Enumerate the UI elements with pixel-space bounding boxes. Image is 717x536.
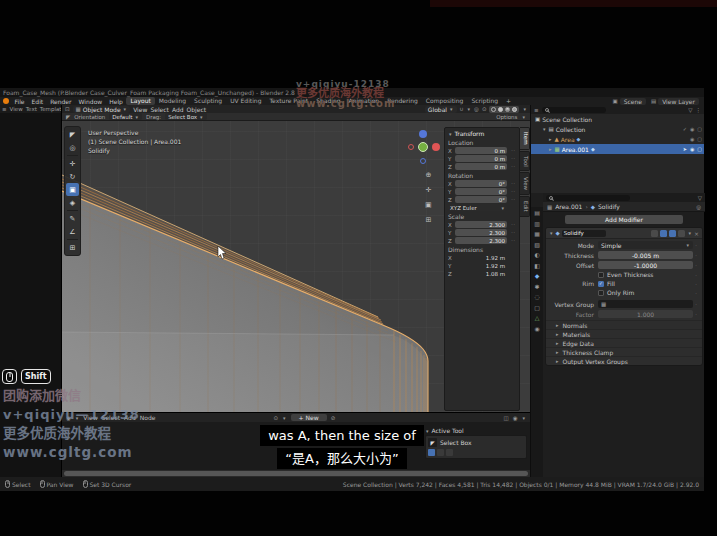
tool-select-box[interactable]: ◤ [66, 128, 79, 141]
viewport-menu-object[interactable]: Object [187, 106, 207, 113]
location-z-field[interactable]: 0 m [455, 163, 507, 170]
shading-wireframe-icon[interactable] [491, 107, 496, 112]
outliner-options-icon[interactable]: ⋮ [696, 107, 702, 113]
location-x-field[interactable]: 0 m [455, 147, 507, 154]
constraints-properties-tab[interactable]: ▢ [534, 304, 540, 311]
dimension-x-field[interactable]: 1.92 m [455, 254, 507, 261]
outliner-row-scene-collection[interactable]: ▣ Scene Collection [531, 114, 704, 124]
animate-lock-icons[interactable]: ·· [509, 156, 516, 161]
tool-add-primitive[interactable]: ⊞ [66, 241, 79, 254]
tool-rotate[interactable]: ↻ [66, 170, 79, 183]
proportional-editing-icon[interactable]: ◎ [474, 106, 479, 112]
thickness-field[interactable]: -0.005 m [598, 251, 693, 259]
workspace-tab-scripting[interactable]: Scripting [467, 97, 502, 105]
tool-scale[interactable]: ▣ [66, 183, 79, 196]
gizmo-z-neg-axis[interactable] [420, 158, 426, 164]
gizmo-x-axis[interactable] [432, 143, 440, 151]
show-render-toggle[interactable] [678, 230, 685, 237]
new-datablock-button[interactable]: + New [291, 414, 327, 421]
tool-move[interactable]: ✛ [66, 157, 79, 170]
shading-solid-icon[interactable] [498, 107, 503, 112]
close-icon[interactable]: × [694, 230, 699, 237]
rotation-mode-dropdown[interactable]: XYZ Euler ▾ [448, 204, 507, 211]
rotation-z-field[interactable]: 0° [455, 196, 507, 203]
text-menu-text[interactable]: Text [26, 106, 37, 112]
disable-render-icon[interactable]: ▢ [697, 136, 702, 142]
materials-section[interactable]: ▸ Materials [546, 329, 702, 338]
particles-properties-tab[interactable]: ✱ [534, 283, 539, 290]
orientation-value-dropdown[interactable]: Default ▾ [109, 113, 142, 120]
breadcrumb-modifier[interactable]: Solidify [598, 203, 620, 210]
factor-field[interactable]: 1.000 [598, 310, 693, 318]
pan-icon[interactable]: ✛ [425, 186, 432, 194]
outliner-search-input[interactable] [542, 107, 606, 113]
pin-icon[interactable]: ◎ [696, 204, 701, 210]
rotation-x-field[interactable]: 0° [455, 180, 507, 187]
scale-z-field[interactable]: 2.300 [455, 237, 507, 244]
timeline-strip[interactable] [62, 470, 530, 477]
gizmo-x-neg-axis[interactable] [408, 144, 414, 150]
object-properties-tab[interactable]: ◧ [534, 262, 540, 269]
tool-measure[interactable]: ∠ [66, 225, 79, 238]
show-realtime-toggle[interactable] [669, 230, 676, 237]
unlink-icon[interactable]: ⊘ [331, 415, 336, 421]
gizmo-y-axis[interactable] [418, 142, 428, 152]
animate-lock-icons[interactable]: ·· [509, 189, 516, 194]
physics-properties-tab[interactable]: ◌ [534, 293, 539, 300]
blender-logo-icon[interactable] [3, 98, 9, 104]
chevron-down-icon[interactable]: ▾ [522, 106, 527, 112]
panel-open-icon[interactable]: ▾ [549, 230, 554, 236]
animate-lock-icons[interactable]: ·· [509, 148, 516, 153]
rim-fill-checkbox[interactable]: ✓ [598, 281, 604, 287]
menu-help[interactable]: Help [106, 98, 127, 105]
expand-icon[interactable]: ▾ [542, 126, 547, 132]
menu-window[interactable]: Window [75, 98, 106, 105]
expand-icon[interactable]: ▸ [548, 146, 553, 152]
disable-render-icon[interactable]: ▢ [697, 126, 702, 132]
outliner-row-area[interactable]: ▸ ▲ Area ◆ ◉▢ [531, 134, 704, 144]
options-popover[interactable]: Options [496, 114, 517, 120]
exclude-checkbox[interactable]: ✓ [683, 126, 687, 132]
text-editor-icon[interactable]: ≡ [2, 106, 7, 112]
animate-lock-icons[interactable]: ·· [509, 181, 516, 186]
animate-lock-icons[interactable]: ·· [509, 222, 516, 227]
transform-panel-title[interactable]: ▾ Transform [448, 130, 516, 137]
sidebar-tab-view[interactable]: View [520, 172, 530, 195]
toggle-ortho-icon[interactable]: ⊞ [425, 216, 432, 224]
snap-magnet-icon[interactable]: ∪ [460, 106, 464, 112]
extras-dropdown-icon[interactable]: ▾ [687, 230, 692, 236]
transform-orientation-dropdown[interactable]: Global ▾ [425, 106, 457, 113]
normals-section[interactable]: ▸ Normals [546, 320, 702, 329]
view-layer-selector[interactable]: ▤ View Layer [651, 98, 699, 105]
menu-file[interactable]: File [11, 98, 28, 105]
only-rim-checkbox[interactable] [598, 290, 604, 296]
camera-view-icon[interactable]: ▣ [425, 201, 432, 209]
menu-render[interactable]: Render [47, 98, 75, 105]
tool-annotate[interactable]: ✎ [66, 212, 79, 225]
scene-properties-tab[interactable]: ▧ [534, 241, 540, 248]
viewport-editor-icon[interactable]: ⊡ [65, 106, 70, 112]
text-menu-templates[interactable]: Templates [40, 106, 61, 112]
outliner-editor-icon[interactable]: ≡ [534, 107, 539, 113]
chevron-down-icon[interactable]: ▾ [282, 415, 287, 421]
sidebar-tab-edit[interactable]: Edit [520, 196, 530, 217]
breadcrumb-object[interactable]: Area.001 [555, 203, 582, 210]
object-data-properties-tab[interactable]: △ [535, 314, 540, 321]
even-thickness-checkbox[interactable] [598, 272, 604, 278]
mode-dropdown[interactable]: ▦ Object Mode ▾ [73, 106, 131, 113]
workspace-tab-compositing[interactable]: Compositing [422, 97, 468, 105]
dimension-y-field[interactable]: 1.92 m [455, 262, 507, 269]
output-properties-tab[interactable]: ▥ [534, 220, 540, 227]
viewport-3d[interactable]: ⊡ ▦ Object Mode ▾ View Select Add Object… [62, 105, 530, 412]
tool-transform[interactable]: ◈ [66, 196, 79, 209]
workspace-tab-layout[interactable]: Layout [126, 97, 154, 105]
scale-x-field[interactable]: 2.300 [455, 221, 507, 228]
scene-selector[interactable]: ▣ Scene [612, 98, 646, 105]
view-layer-properties-tab[interactable]: ▦ [534, 230, 540, 237]
offset-field[interactable]: -1.0000 [598, 261, 693, 269]
select-arrow-icon[interactable]: ➤ [683, 146, 687, 152]
timeline-scrollbar[interactable] [64, 471, 528, 476]
sidebar-tab-tool[interactable]: Tool [520, 151, 530, 172]
edge-data-section[interactable]: ▸ Edge Data [546, 338, 702, 347]
outliner-row-collection[interactable]: ▾ ▤ Collection ✓◉▢ [531, 124, 704, 134]
